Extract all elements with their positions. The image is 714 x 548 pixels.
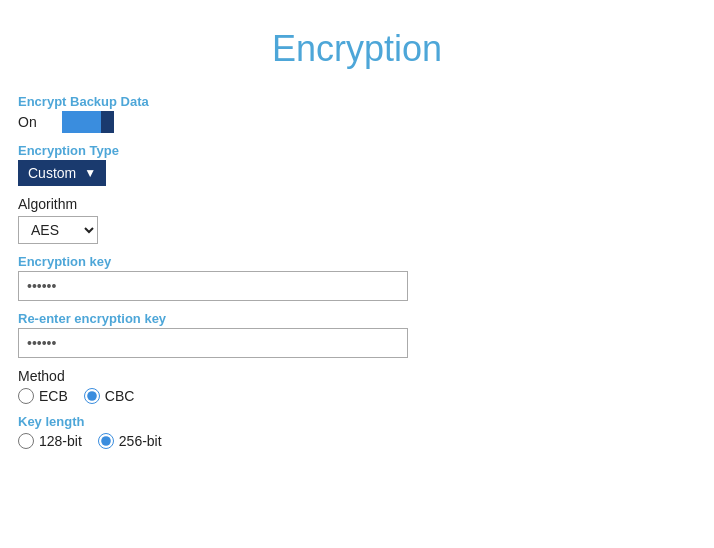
algorithm-select[interactable]: AES DES 3DES [18,216,98,244]
chevron-down-icon: ▼ [84,166,96,180]
reenter-key-section: Re-enter encryption key [18,311,696,358]
method-ecb-radio[interactable] [18,388,34,404]
method-cbc-label: CBC [105,388,135,404]
key-length-radio-group: 128-bit 256-bit [18,433,696,449]
method-cbc-option[interactable]: CBC [84,388,135,404]
method-section: Method ECB CBC [18,368,696,404]
key-length-label: Key length [18,414,696,429]
method-radio-group: ECB CBC [18,388,696,404]
encryption-type-dropdown[interactable]: Custom ▼ [18,160,106,186]
encryption-key-input[interactable] [18,271,408,301]
reenter-key-input[interactable] [18,328,408,358]
reenter-key-label: Re-enter encryption key [18,311,696,326]
key-256-label: 256-bit [119,433,162,449]
toggle-thumb [101,111,114,133]
method-ecb-label: ECB [39,388,68,404]
encryption-key-section: Encryption key [18,254,696,301]
encryption-type-label: Encryption Type [18,143,696,158]
toggle-state-label: On [18,114,48,130]
encrypt-toggle[interactable] [62,111,114,133]
key-128-option[interactable]: 128-bit [18,433,82,449]
key-256-radio[interactable] [98,433,114,449]
method-label: Method [18,368,696,384]
algorithm-label: Algorithm [18,196,696,212]
key-256-option[interactable]: 256-bit [98,433,162,449]
algorithm-section: Algorithm AES DES 3DES [18,196,696,244]
key-128-radio[interactable] [18,433,34,449]
encrypt-backup-section: Encrypt Backup Data On [18,94,696,133]
toggle-track [62,111,101,133]
encryption-type-value: Custom [28,165,76,181]
toggle-row: On [18,111,696,133]
page-title: Encryption [0,0,714,94]
encryption-type-section: Encryption Type Custom ▼ [18,143,696,186]
encrypt-backup-label: Encrypt Backup Data [18,94,696,109]
key-length-section: Key length 128-bit 256-bit [18,414,696,449]
method-ecb-option[interactable]: ECB [18,388,68,404]
key-128-label: 128-bit [39,433,82,449]
encryption-key-label: Encryption key [18,254,696,269]
method-cbc-radio[interactable] [84,388,100,404]
